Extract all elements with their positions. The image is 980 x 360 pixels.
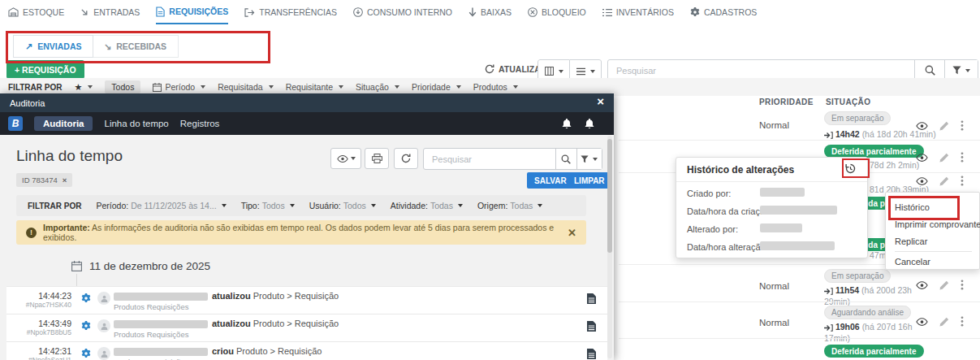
nav-baixas[interactable]: BAIXAS	[468, 1, 512, 24]
nav-requisicoes[interactable]: REQUISIÇÕES	[156, 0, 228, 24]
edit-icon[interactable]	[939, 176, 949, 186]
nav-bloqueio[interactable]: BLOQUEIO	[528, 1, 586, 24]
modal-filter-tipo[interactable]: Tipo:Todos	[241, 201, 295, 210]
modal-filter-name: Período:	[96, 201, 128, 210]
filter-requisitante[interactable]: Requisitante	[286, 82, 343, 92]
row-actions	[916, 280, 964, 290]
chevron-down-icon	[395, 85, 399, 89]
scrollbar-thumb[interactable]	[607, 139, 612, 253]
search-icon	[925, 65, 935, 76]
sign-in-icon	[824, 324, 833, 332]
menu-item-cancelar[interactable]: Cancelar	[895, 257, 930, 267]
filter-tag-label: ID 783474	[22, 176, 58, 184]
close-icon[interactable]: ×	[597, 94, 604, 108]
view-icon[interactable]	[916, 122, 928, 130]
clear-button[interactable]: LIMPAR	[567, 172, 612, 189]
timeline-event[interactable]: 14:44:23#Npac7HSK40 atualizou Produto > …	[6, 286, 607, 314]
status-badge: Aguardando análise	[824, 306, 911, 319]
modal-filter-atividade[interactable]: Atividade:Todas	[391, 201, 463, 210]
chevron-down-icon	[456, 85, 461, 89]
notice-text: Importante: As informações de auditoria …	[43, 223, 561, 242]
row-actions	[916, 316, 964, 327]
document-icon[interactable]	[587, 321, 596, 332]
view-icon[interactable]	[916, 318, 928, 326]
sign-in-icon	[824, 288, 833, 295]
remove-tag-icon[interactable]: ×	[63, 176, 67, 184]
menu-item-replicar[interactable]: Replicar	[895, 236, 927, 246]
modal-nav-linha-do-tempo[interactable]: Linha do tempo	[104, 119, 168, 128]
nav-consumo-interno[interactable]: CONSUMO INTERNO	[353, 1, 452, 24]
nav-transferencias[interactable]: TRANSFERÊNCIAS	[244, 1, 337, 24]
modal-nav-registros[interactable]: Registros	[180, 119, 220, 128]
new-requisicao-button[interactable]: + REQUISIÇÃO	[6, 60, 84, 79]
modal-filter-value: Todas	[430, 201, 453, 210]
view-icon[interactable]	[916, 281, 928, 289]
search-icon	[561, 154, 571, 164]
view-icon[interactable]	[916, 177, 928, 185]
more-actions-icon[interactable]	[961, 176, 964, 186]
modal-filter-value: Todas	[510, 201, 533, 210]
visibility-button[interactable]	[330, 148, 361, 169]
filter-tag[interactable]: ID 783474 ×	[16, 173, 72, 187]
event-category: Produtos Requisições	[114, 302, 188, 311]
bell-icon[interactable]	[562, 119, 572, 129]
modal-search-button[interactable]	[555, 149, 576, 169]
edit-icon[interactable]	[939, 280, 949, 290]
nav-entradas[interactable]: ENTRADAS	[80, 1, 140, 24]
filter-dropdown-label: Período	[165, 82, 195, 92]
print-button[interactable]	[365, 148, 389, 169]
reload-button[interactable]	[394, 148, 418, 169]
event-action: atualizou	[212, 319, 251, 328]
bell-alert-icon[interactable]	[585, 119, 594, 129]
filter-prioridade[interactable]: Prioridade	[412, 82, 461, 92]
event-description: atualizou Produto > Requisição	[212, 291, 339, 301]
edit-icon[interactable]	[939, 317, 949, 327]
history-icon[interactable]	[845, 163, 856, 174]
filter-todos-chip[interactable]: Todos	[105, 80, 140, 93]
more-actions-icon[interactable]	[961, 316, 964, 327]
modal-appbar: B Auditoria Linha do tempo Registros	[0, 112, 614, 135]
chevron-down-icon	[339, 85, 343, 89]
timeline-event[interactable]: 14:43:49#Npok7B8bU5 atualizou Produto > …	[6, 314, 607, 342]
more-actions-icon[interactable]	[961, 152, 964, 163]
nav-inventarios[interactable]: INVENTÁRIOS	[602, 1, 674, 24]
history-field-label: Criado por:	[687, 189, 731, 198]
filter-situacao[interactable]: Situação	[356, 82, 399, 92]
filter-requisitada[interactable]: Requisitada	[218, 82, 273, 92]
modal-search-input[interactable]	[424, 149, 555, 169]
tab-recebidas[interactable]: ↘ RECEBIDAS	[92, 35, 179, 58]
arrow-in-icon	[80, 8, 89, 17]
arrow-down-right-icon: ↘	[104, 41, 111, 52]
menu-item-imprimir-comprovante[interactable]: Imprimir comprovante	[895, 219, 980, 229]
filter-produtos[interactable]: Produtos	[473, 82, 518, 92]
chevron-down-icon	[458, 204, 463, 207]
modal-nav-auditoria[interactable]: Auditoria	[34, 116, 93, 131]
modal-filter-usuario[interactable]: Usuário:Todos	[309, 201, 376, 210]
edit-icon[interactable]	[939, 121, 949, 131]
dismiss-notice-icon[interactable]: ✕	[568, 227, 576, 239]
row-divider	[619, 301, 980, 302]
nav-estoque[interactable]: ESTOQUE	[8, 1, 64, 24]
more-actions-icon[interactable]	[961, 120, 964, 131]
modal-filter-origem[interactable]: Origem:Todas	[477, 201, 542, 210]
more-actions-icon[interactable]	[961, 280, 964, 290]
chevron-down-icon	[559, 70, 563, 73]
modal-scrollbar[interactable]	[607, 136, 612, 358]
document-icon[interactable]	[587, 349, 596, 359]
menu-item-historico[interactable]: Histórico	[895, 202, 930, 212]
favorites-filter[interactable]: ★	[74, 82, 93, 93]
nav-label: CONSUMO INTERNO	[367, 7, 452, 17]
chevron-down-icon	[269, 85, 274, 89]
filter-periodo[interactable]: Período	[153, 82, 205, 92]
tab-enviadas[interactable]: ↗ ENVIADAS	[13, 35, 93, 58]
row-divider	[619, 338, 980, 339]
status-badge: Em separação	[824, 111, 891, 125]
edit-icon[interactable]	[939, 153, 949, 163]
timeline-event[interactable]: 14:42:31#NpofaSezU1 criou Produto > Requ…	[6, 341, 607, 360]
modal-titlebar: Auditoria ×	[0, 93, 614, 112]
status-time: 19h06 (há 207d 16h 17min)	[824, 321, 915, 344]
modal-filter-button[interactable]	[576, 149, 602, 169]
modal-filter-periodo[interactable]: Período:De 11/12/2025 às 14...	[96, 201, 226, 210]
nav-cadastros[interactable]: CADASTROS	[690, 1, 757, 24]
document-icon[interactable]	[587, 293, 596, 304]
